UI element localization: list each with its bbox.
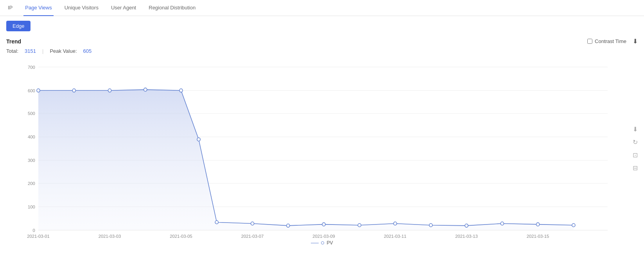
tab-unique-visitors[interactable]: Unique Visitors (63, 0, 100, 16)
download-icon[interactable]: ⬇ (633, 38, 638, 45)
svg-text:100: 100 (28, 205, 35, 209)
svg-point-32 (536, 223, 539, 226)
svg-point-17 (37, 89, 40, 92)
trend-title: Trend (6, 38, 21, 45)
nav-tabs: IP Page Views Unique Visitors User Agent… (0, 0, 644, 16)
svg-point-21 (179, 89, 183, 92)
chart-container: 0 100 200 300 400 500 600 700 (6, 59, 624, 239)
total-label: Total: (6, 48, 18, 54)
svg-text:600: 600 (28, 88, 35, 93)
svg-point-19 (108, 89, 111, 92)
svg-text:2021-03-01: 2021-03-01 (27, 234, 50, 239)
contrast-time-checkbox[interactable] (587, 39, 592, 44)
svg-point-29 (429, 223, 432, 227)
tab-regional-distribution[interactable]: Regional Distribution (147, 0, 197, 16)
svg-point-31 (500, 222, 504, 225)
svg-text:2021-03-05: 2021-03-05 (170, 234, 192, 239)
edge-button[interactable]: Edge (6, 21, 30, 31)
svg-point-20 (144, 88, 147, 92)
svg-point-24 (251, 222, 254, 225)
legend-line (311, 243, 319, 243)
svg-point-23 (215, 221, 218, 224)
svg-text:0: 0 (33, 228, 35, 233)
chart-download-icon[interactable]: ⬇ (633, 126, 638, 133)
svg-text:2021-03-09: 2021-03-09 (312, 234, 335, 239)
total-value: 3151 (25, 48, 36, 54)
tab-page-views[interactable]: Page Views (23, 0, 53, 16)
contrast-time-label: Contrast Time (595, 38, 626, 44)
tab-user-agent[interactable]: User Agent (109, 0, 138, 16)
trend-chart: 0 100 200 300 400 500 600 700 (6, 59, 624, 239)
tab-ip[interactable]: IP (6, 0, 14, 16)
svg-point-25 (287, 224, 290, 228)
chart-expand-icon[interactable]: ⊡ (633, 151, 638, 159)
chart-legend: PV (6, 240, 638, 246)
svg-marker-16 (38, 90, 574, 230)
svg-text:2021-03-13: 2021-03-13 (455, 234, 478, 239)
chart-collapse-icon[interactable]: ⊟ (633, 164, 638, 172)
svg-text:400: 400 (28, 135, 35, 139)
svg-point-27 (358, 223, 361, 227)
svg-point-22 (197, 138, 200, 141)
svg-text:2021-03-15: 2021-03-15 (527, 234, 549, 239)
svg-text:300: 300 (28, 158, 35, 163)
svg-point-18 (72, 89, 75, 92)
chart-refresh-icon[interactable]: ↻ (633, 138, 638, 146)
legend-label: PV (326, 240, 333, 246)
svg-text:2021-03-07: 2021-03-07 (241, 234, 264, 239)
peak-value: 605 (83, 48, 92, 54)
peak-label: Peak Value: (50, 48, 77, 54)
svg-point-30 (465, 224, 468, 228)
svg-text:200: 200 (28, 181, 35, 186)
svg-text:500: 500 (28, 111, 35, 116)
stat-sep: | (42, 48, 43, 54)
legend-dot (321, 241, 324, 244)
svg-point-26 (322, 223, 325, 226)
chart-side-icons: ⬇ ↻ ⊡ ⊟ (633, 126, 638, 172)
svg-text:700: 700 (28, 65, 35, 69)
svg-point-33 (572, 223, 575, 227)
svg-text:2021-03-11: 2021-03-11 (384, 234, 407, 239)
svg-point-28 (393, 222, 396, 225)
svg-text:2021-03-03: 2021-03-03 (99, 234, 121, 239)
